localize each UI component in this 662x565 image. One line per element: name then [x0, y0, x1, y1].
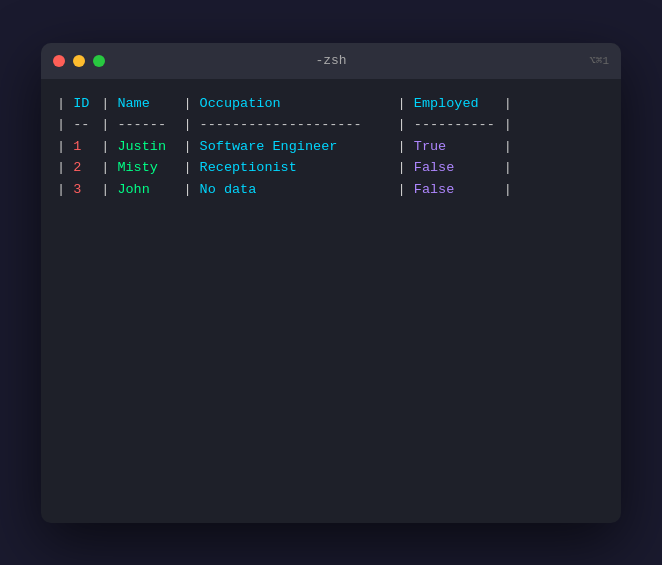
row-name: Justin [117, 136, 183, 158]
pipe: | [183, 179, 199, 201]
pipe: | [504, 114, 512, 136]
row-occupation: No data [200, 179, 398, 201]
close-button[interactable] [53, 55, 65, 67]
pipe: | [57, 93, 73, 115]
pipe: | [101, 93, 117, 115]
title-bar: -zsh ⌥⌘1 [41, 43, 621, 79]
pipe: | [183, 93, 199, 115]
terminal-body: | ID | Name | Occupation | Employed | | … [41, 79, 621, 523]
pipe: | [101, 114, 117, 136]
table-separator-row: | -- | ------ | -------------------- | -… [57, 114, 605, 136]
pipe: | [101, 157, 117, 179]
sep-occupation: -------------------- [200, 114, 398, 136]
pipe: | [183, 157, 199, 179]
terminal-window: -zsh ⌥⌘1 | ID | Name | Occupation | Empl… [41, 43, 621, 523]
row-employed: False [414, 179, 504, 201]
pipe: | [398, 93, 414, 115]
header-name: Name [117, 93, 183, 115]
pipe: | [398, 136, 414, 158]
row-name: John [117, 179, 183, 201]
pipe: | [504, 179, 512, 201]
pipe: | [183, 114, 199, 136]
pipe: | [101, 136, 117, 158]
row-id: 1 [73, 136, 101, 158]
row-id: 3 [73, 179, 101, 201]
pipe: | [57, 136, 73, 158]
window-title: -zsh [315, 53, 346, 68]
table-row: | 2| Misty| Receptionist| False| [57, 157, 605, 179]
row-employed: False [414, 157, 504, 179]
row-employed: True [414, 136, 504, 158]
window-shortcut: ⌥⌘1 [589, 54, 609, 67]
sep-name: ------ [117, 114, 183, 136]
pipe: | [504, 93, 512, 115]
header-employed: Employed [414, 93, 504, 115]
pipe: | [398, 114, 414, 136]
pipe: | [398, 157, 414, 179]
row-id: 2 [73, 157, 101, 179]
row-name: Misty [117, 157, 183, 179]
pipe: | [183, 136, 199, 158]
row-occupation: Receptionist [200, 157, 398, 179]
maximize-button[interactable] [93, 55, 105, 67]
header-id: ID [73, 93, 101, 115]
sep-employed: ---------- [414, 114, 504, 136]
row-occupation: Software Engineer [200, 136, 398, 158]
table-row: | 1| Justin| Software Engineer| True| [57, 136, 605, 158]
minimize-button[interactable] [73, 55, 85, 67]
traffic-lights [53, 55, 105, 67]
pipe: | [398, 179, 414, 201]
table-data-rows: | 1| Justin| Software Engineer| True|| 2… [57, 136, 605, 201]
table-header-row: | ID | Name | Occupation | Employed | [57, 93, 605, 115]
pipe: | [57, 157, 73, 179]
pipe: | [504, 136, 512, 158]
pipe: | [504, 157, 512, 179]
header-occupation: Occupation [200, 93, 398, 115]
table-row: | 3| John| No data| False| [57, 179, 605, 201]
pipe: | [57, 114, 73, 136]
pipe: | [57, 179, 73, 201]
pipe: | [101, 179, 117, 201]
sep-id: -- [73, 114, 101, 136]
